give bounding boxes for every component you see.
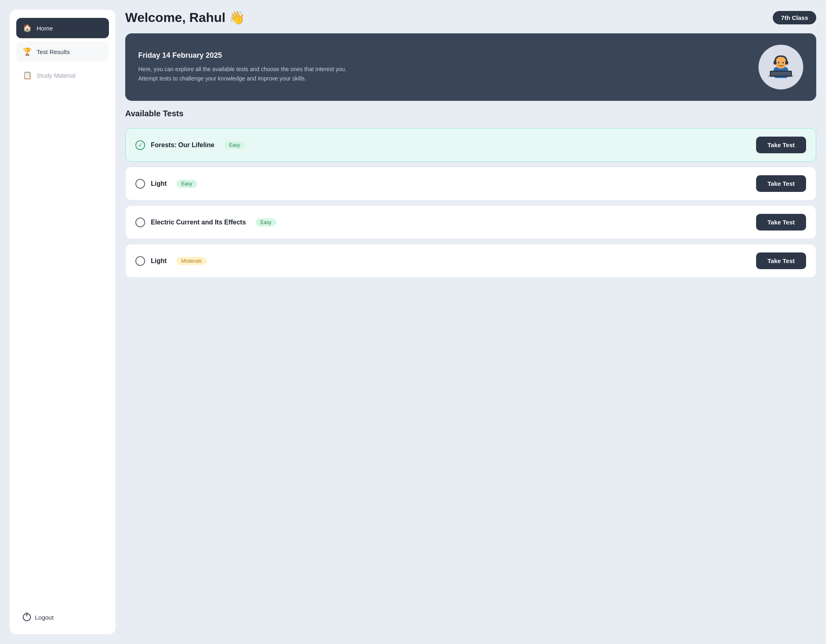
svg-point-8: [783, 62, 784, 63]
sidebar-item-study-material-label: Study Material: [37, 72, 76, 79]
class-badge: 7th Class: [773, 11, 816, 24]
available-tests-section: Available Tests: [125, 109, 816, 120]
test-item-electric: Electric Current and Its Effects Easy Ta…: [125, 205, 816, 239]
header-row: Welcome, Rahul 👋 7th Class: [125, 10, 816, 25]
student-illustration: [763, 49, 799, 85]
sidebar-nav: 🏠 Home 🏆 Test Results 📋 Study Material: [16, 18, 109, 605]
sidebar-item-test-results[interactable]: 🏆 Test Results: [16, 41, 109, 62]
test-difficulty-electric: Easy: [256, 218, 276, 226]
power-icon: [23, 613, 31, 621]
svg-point-4: [775, 57, 787, 69]
test-difficulty-light-moderate: Moderate: [176, 257, 207, 265]
section-title: Available Tests: [125, 109, 816, 118]
test-name-light-moderate: Light: [151, 257, 167, 265]
test-radio-light-moderate[interactable]: [135, 256, 145, 266]
welcome-title: Welcome, Rahul 👋: [125, 10, 245, 25]
test-left-forests: ✓ Forests: Our Lifeline Easy: [135, 140, 245, 150]
banner: Friday 14 February 2025 Here, you can ex…: [125, 33, 816, 101]
svg-rect-6: [785, 61, 788, 65]
logout-label: Logout: [35, 614, 54, 621]
logout-button[interactable]: Logout: [16, 608, 109, 626]
take-test-button-light-moderate[interactable]: Take Test: [756, 252, 806, 269]
banner-date: Friday 14 February 2025: [138, 51, 749, 60]
test-left-light-easy: Light Easy: [135, 179, 197, 189]
test-left-electric: Electric Current and Its Effects Easy: [135, 218, 276, 227]
test-radio-light-easy[interactable]: [135, 179, 145, 189]
test-difficulty-light-easy: Easy: [176, 180, 197, 188]
take-test-button-electric[interactable]: Take Test: [756, 214, 806, 231]
test-name-forests: Forests: Our Lifeline: [151, 141, 214, 149]
banner-text: Friday 14 February 2025 Here, you can ex…: [138, 51, 749, 83]
sidebar-item-home-label: Home: [37, 25, 53, 32]
svg-point-7: [778, 62, 780, 63]
test-left-light-moderate: Light Moderate: [135, 256, 207, 266]
sidebar: 🏠 Home 🏆 Test Results 📋 Study Material L…: [10, 10, 115, 634]
book-icon: 📋: [23, 71, 32, 80]
test-item-forests: ✓ Forests: Our Lifeline Easy Take Test: [125, 128, 816, 162]
banner-avatar: [759, 45, 803, 89]
tests-list: ✓ Forests: Our Lifeline Easy Take Test L…: [125, 128, 816, 278]
sidebar-item-home[interactable]: 🏠 Home: [16, 18, 109, 38]
banner-description: Here, you can explore all the available …: [138, 65, 350, 83]
test-difficulty-forests: Easy: [224, 141, 245, 149]
main-content: Welcome, Rahul 👋 7th Class Friday 14 Feb…: [125, 10, 816, 634]
test-radio-electric[interactable]: [135, 218, 145, 227]
test-radio-forests[interactable]: ✓: [135, 140, 145, 150]
svg-rect-3: [771, 72, 791, 76]
test-name-light-easy: Light: [151, 180, 167, 187]
test-item-light-easy: Light Easy Take Test: [125, 167, 816, 200]
take-test-button-forests[interactable]: Take Test: [756, 137, 806, 153]
sidebar-item-test-results-label: Test Results: [37, 48, 70, 55]
trophy-icon: 🏆: [23, 47, 32, 56]
sidebar-item-study-material[interactable]: 📋 Study Material: [16, 65, 109, 85]
test-name-electric: Electric Current and Its Effects: [151, 219, 246, 226]
test-item-light-moderate: Light Moderate Take Test: [125, 244, 816, 278]
svg-rect-5: [774, 61, 776, 65]
take-test-button-light-easy[interactable]: Take Test: [756, 175, 806, 192]
home-icon: 🏠: [23, 24, 32, 33]
